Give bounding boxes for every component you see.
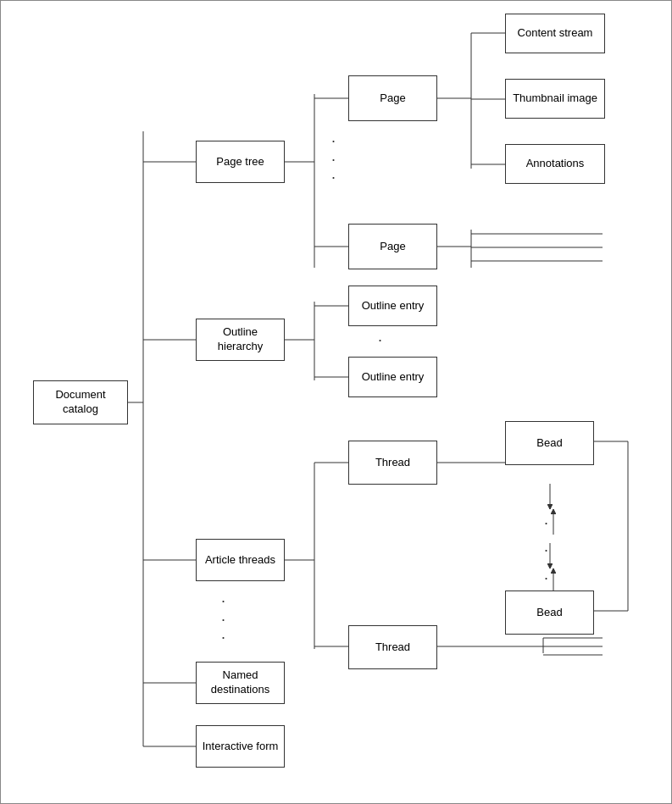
dots-thread-middle: ··· <box>221 592 225 647</box>
interactive-form-node: Interactive form <box>196 725 285 768</box>
page1-node: Page <box>348 75 437 121</box>
document-catalog-node: Document catalog <box>33 380 128 424</box>
dots-bead-middle: ··· <box>544 509 548 591</box>
thread1-node: Thread <box>348 441 437 485</box>
bead1-node: Bead <box>505 421 594 465</box>
content-stream-node: Content stream <box>505 14 605 53</box>
annotations-node: Annotations <box>505 144 605 184</box>
outline-entry1-node: Outline entry <box>348 286 437 326</box>
outline-hierarchy-node: Outline hierarchy <box>196 319 285 361</box>
page2-node: Page <box>348 224 437 269</box>
outline-entry2-node: Outline entry <box>348 357 437 397</box>
page-tree-node: Page tree <box>196 141 285 183</box>
dots-page-middle: ··· <box>331 132 336 187</box>
article-threads-node: Article threads <box>196 539 285 581</box>
thread2-node: Thread <box>348 625 437 669</box>
named-destinations-node: Named destinations <box>196 662 285 704</box>
diagram-container: Document catalog Page tree Page Page Con… <box>0 0 672 804</box>
bead2-node: Bead <box>505 591 594 635</box>
thumbnail-image-node: Thumbnail image <box>505 79 605 119</box>
